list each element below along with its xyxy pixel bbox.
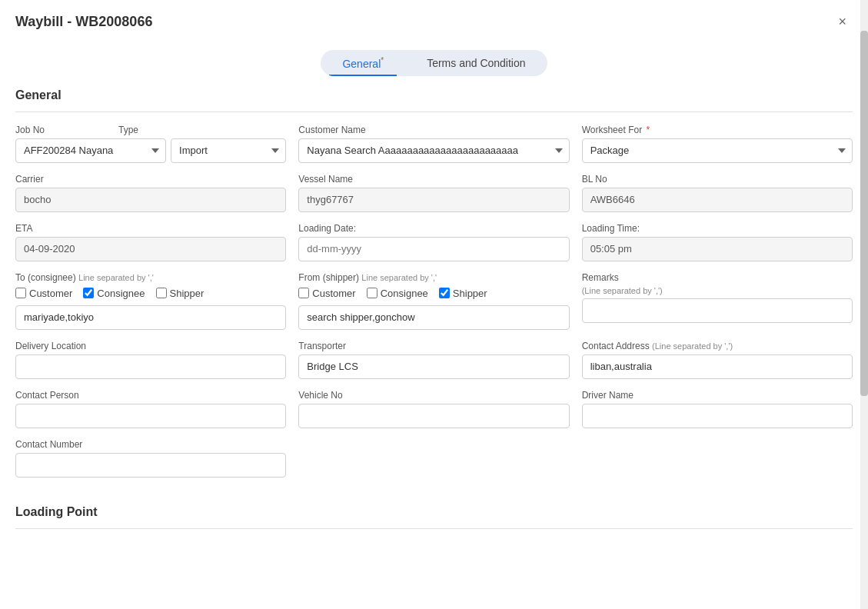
tab-group: General* Terms and Condition — [321, 50, 547, 76]
contact-number-label: Contact Number — [15, 439, 286, 450]
vehicle-no-input[interactable] — [298, 404, 569, 428]
to-consignee-input[interactable] — [15, 305, 286, 330]
form-row-5: Delivery Location Transporter Contact Ad… — [15, 341, 853, 379]
from-customer-checkbox[interactable] — [298, 288, 309, 298]
to-customer-checkbox-item: Customer — [15, 288, 72, 299]
contact-person-group: Contact Person — [15, 390, 286, 428]
delivery-location-input[interactable] — [15, 354, 286, 379]
loading-date-label: Loading Date: — [298, 223, 569, 234]
tabs-wrapper: General* Terms and Condition — [0, 41, 868, 76]
form-row-2: Carrier Vessel Name BL No — [15, 174, 853, 212]
to-shipper-checkbox-item: Shipper — [156, 288, 205, 299]
remarks-hint: (Line separated by ',') — [582, 286, 853, 295]
from-consignee-label: Consignee — [381, 288, 428, 299]
vehicle-no-group: Vehicle No — [298, 390, 569, 428]
tab-general[interactable]: General* — [321, 50, 405, 76]
worksheet-for-label: Worksheet For * — [582, 125, 853, 135]
contact-address-group: Contact Address (Line separated by ',') — [582, 341, 853, 379]
carrier-input[interactable] — [15, 188, 286, 212]
job-no-group: Job No Type AFF200284 Nayana Import Expo… — [15, 125, 286, 163]
contact-address-label: Contact Address (Line separated by ',') — [582, 341, 853, 351]
eta-input[interactable] — [15, 237, 286, 261]
from-shipper-label: From (shipper) Line separated by ',' — [298, 272, 569, 283]
from-customer-label: Customer — [312, 288, 355, 299]
modal-title: Waybill - WB2008066 — [15, 14, 152, 30]
driver-name-group: Driver Name — [582, 390, 853, 428]
carrier-group: Carrier — [15, 174, 286, 212]
worksheet-for-select[interactable]: Package Item — [582, 138, 853, 163]
vehicle-no-label: Vehicle No — [298, 390, 569, 401]
customer-name-select[interactable]: Nayana Search Aaaaaaaaaaaaaaaaaaaaaaaaa — [298, 138, 569, 163]
to-shipper-label: Shipper — [170, 288, 205, 299]
modal-container: Waybill - WB2008066 × General* Terms and… — [0, 0, 868, 609]
remarks-input[interactable] — [582, 298, 853, 323]
remarks-label: Remarks — [582, 272, 853, 283]
transporter-input[interactable] — [298, 354, 569, 379]
bl-no-input[interactable] — [582, 188, 853, 212]
contact-number-input[interactable] — [15, 453, 286, 478]
loading-time-group: Loading Time: — [582, 223, 853, 261]
job-no-inputs: AFF200284 Nayana Import Export — [15, 138, 286, 163]
loading-time-label: Loading Time: — [582, 223, 853, 234]
scrollbar-thumb[interactable] — [860, 31, 868, 396]
from-consignee-checkbox[interactable] — [367, 288, 377, 298]
vessel-name-group: Vessel Name — [298, 174, 569, 212]
form-row-1: Job No Type AFF200284 Nayana Import Expo… — [15, 125, 853, 163]
from-shipper-check-label: Shipper — [453, 288, 487, 299]
vessel-name-label: Vessel Name — [298, 174, 569, 185]
section-loading-title: Loading Point — [15, 493, 853, 529]
delivery-location-label: Delivery Location — [15, 341, 286, 351]
to-shipper-checkbox[interactable] — [156, 288, 167, 298]
modal-header: Waybill - WB2008066 × — [0, 0, 868, 41]
to-customer-checkbox[interactable] — [15, 288, 26, 298]
eta-label: ETA — [15, 223, 286, 234]
contact-address-input[interactable] — [582, 354, 853, 379]
to-customer-label: Customer — [29, 288, 72, 299]
loading-date-input[interactable] — [298, 237, 569, 261]
from-shipper-input[interactable] — [298, 305, 569, 330]
carrier-label: Carrier — [15, 174, 286, 185]
remarks-group: Remarks (Line separated by ',') — [582, 272, 853, 323]
bl-no-group: BL No — [582, 174, 853, 212]
driver-name-label: Driver Name — [582, 390, 853, 401]
from-consignee-checkbox-item: Consignee — [367, 288, 428, 299]
contact-person-label: Contact Person — [15, 390, 286, 401]
driver-name-input[interactable] — [582, 404, 853, 428]
to-consignee-checkbox[interactable] — [83, 288, 94, 298]
transporter-label: Transporter — [298, 341, 569, 351]
customer-name-label: Customer Name — [298, 125, 569, 135]
section-general-title: General — [15, 76, 853, 112]
tab-terms[interactable]: Terms and Condition — [405, 50, 547, 76]
eta-group: ETA — [15, 223, 286, 261]
customer-name-group: Customer Name Nayana Search Aaaaaaaaaaaa… — [298, 125, 569, 163]
loading-date-group: Loading Date: — [298, 223, 569, 261]
from-shipper-checkbox-item: Shipper — [439, 288, 487, 299]
from-shipper-group: From (shipper) Line separated by ',' Cus… — [298, 272, 569, 330]
contact-number-group: Contact Number — [15, 439, 286, 478]
close-button[interactable]: × — [832, 11, 853, 33]
from-shipper-checkboxes: Customer Consignee Shipper — [298, 288, 569, 299]
form-row-7: Contact Number — [15, 439, 853, 478]
to-consignee-label: To (consignee) Line separated by ',' — [15, 272, 286, 283]
delivery-location-group: Delivery Location — [15, 341, 286, 379]
form-row-3: ETA Loading Date: Loading Time: — [15, 223, 853, 261]
to-consignee-checkboxes: Customer Consignee Shipper — [15, 288, 286, 299]
from-customer-checkbox-item: Customer — [298, 288, 355, 299]
loading-time-input[interactable] — [582, 237, 853, 261]
to-consignee-checkbox-item: Consignee — [83, 288, 145, 299]
form-row-4: To (consignee) Line separated by ',' Cus… — [15, 272, 853, 330]
vessel-name-input[interactable] — [298, 188, 569, 212]
main-content: General Job No Type AFF200284 Nayana Imp… — [0, 76, 868, 557]
worksheet-for-group: Worksheet For * Package Item — [582, 125, 853, 163]
type-select[interactable]: Import Export — [171, 138, 286, 163]
type-label: Type — [118, 125, 138, 135]
job-no-label: Job No — [15, 125, 45, 135]
transporter-group: Transporter — [298, 341, 569, 379]
bl-no-label: BL No — [582, 174, 853, 185]
from-shipper-checkbox[interactable] — [439, 288, 450, 298]
contact-person-input[interactable] — [15, 404, 286, 428]
job-no-select[interactable]: AFF200284 Nayana — [15, 138, 166, 163]
scrollbar-track — [860, 0, 868, 609]
form-row-6: Contact Person Vehicle No Driver Name — [15, 390, 853, 428]
to-consignee-check-label: Consignee — [97, 288, 145, 299]
